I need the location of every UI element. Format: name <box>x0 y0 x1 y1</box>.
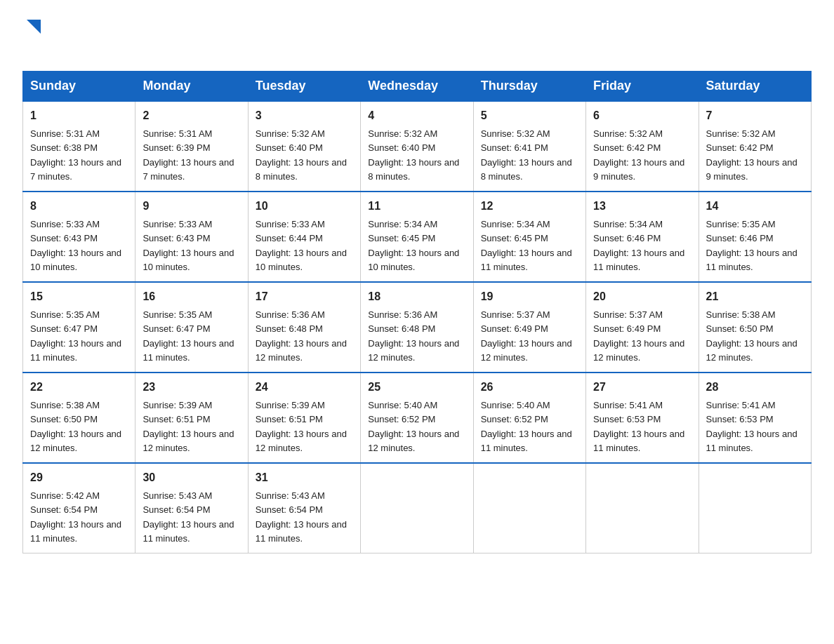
day-header-thursday: Thursday <box>473 72 585 102</box>
calendar-cell: 26Sunrise: 5:40 AMSunset: 6:52 PMDayligh… <box>473 373 585 463</box>
day-number: 1 <box>30 107 128 124</box>
calendar-cell: 21Sunrise: 5:38 AMSunset: 6:50 PMDayligh… <box>699 282 811 373</box>
calendar-cell: 24Sunrise: 5:39 AMSunset: 6:51 PMDayligh… <box>248 373 360 463</box>
day-number: 10 <box>256 198 353 215</box>
day-info: Sunrise: 5:35 AMSunset: 6:47 PMDaylight:… <box>30 309 121 363</box>
day-info: Sunrise: 5:32 AMSunset: 6:41 PMDaylight:… <box>481 128 572 182</box>
calendar-cell: 8Sunrise: 5:33 AMSunset: 6:43 PMDaylight… <box>23 192 135 282</box>
calendar-cell: 19Sunrise: 5:37 AMSunset: 6:49 PMDayligh… <box>473 282 585 373</box>
calendar-week-row: 29Sunrise: 5:42 AMSunset: 6:54 PMDayligh… <box>23 463 812 554</box>
calendar-cell: 27Sunrise: 5:41 AMSunset: 6:53 PMDayligh… <box>586 373 699 463</box>
calendar-cell: 14Sunrise: 5:35 AMSunset: 6:46 PMDayligh… <box>699 192 811 282</box>
day-header-sunday: Sunday <box>23 72 135 102</box>
calendar-cell: 4Sunrise: 5:32 AMSunset: 6:40 PMDaylight… <box>361 101 473 192</box>
day-headers-row: SundayMondayTuesdayWednesdayThursdayFrid… <box>23 72 812 102</box>
day-info: Sunrise: 5:34 AMSunset: 6:45 PMDaylight:… <box>481 219 572 272</box>
day-info: Sunrise: 5:43 AMSunset: 6:54 PMDaylight:… <box>256 490 347 544</box>
day-info: Sunrise: 5:39 AMSunset: 6:51 PMDaylight:… <box>256 400 347 453</box>
day-number: 7 <box>706 107 804 124</box>
day-number: 6 <box>593 107 691 124</box>
calendar-cell: 15Sunrise: 5:35 AMSunset: 6:47 PMDayligh… <box>23 282 135 373</box>
day-number: 28 <box>706 379 804 396</box>
day-info: Sunrise: 5:32 AMSunset: 6:42 PMDaylight:… <box>706 128 797 182</box>
calendar-cell: 22Sunrise: 5:38 AMSunset: 6:50 PMDayligh… <box>23 373 135 463</box>
calendar-cell: 2Sunrise: 5:31 AMSunset: 6:39 PMDaylight… <box>135 101 248 192</box>
day-info: Sunrise: 5:40 AMSunset: 6:52 PMDaylight:… <box>368 400 459 453</box>
day-info: Sunrise: 5:40 AMSunset: 6:52 PMDaylight:… <box>481 400 572 453</box>
calendar-cell: 12Sunrise: 5:34 AMSunset: 6:45 PMDayligh… <box>473 192 585 282</box>
calendar-cell: 17Sunrise: 5:36 AMSunset: 6:48 PMDayligh… <box>248 282 360 373</box>
logo-triangle-icon <box>24 17 44 36</box>
day-info: Sunrise: 5:33 AMSunset: 6:43 PMDaylight:… <box>143 219 234 272</box>
day-header-friday: Friday <box>586 72 699 102</box>
day-info: Sunrise: 5:34 AMSunset: 6:45 PMDaylight:… <box>368 219 459 272</box>
day-number: 9 <box>143 198 240 215</box>
calendar-cell <box>473 463 585 554</box>
calendar-cell <box>361 463 473 554</box>
day-number: 2 <box>143 107 240 124</box>
calendar-week-row: 1Sunrise: 5:31 AMSunset: 6:38 PMDaylight… <box>23 101 812 192</box>
day-info: Sunrise: 5:34 AMSunset: 6:46 PMDaylight:… <box>593 219 684 272</box>
day-number: 24 <box>256 379 353 396</box>
calendar-cell <box>699 463 811 554</box>
calendar-cell: 9Sunrise: 5:33 AMSunset: 6:43 PMDaylight… <box>135 192 248 282</box>
day-info: Sunrise: 5:37 AMSunset: 6:49 PMDaylight:… <box>481 309 572 363</box>
calendar-week-row: 22Sunrise: 5:38 AMSunset: 6:50 PMDayligh… <box>23 373 812 463</box>
day-info: Sunrise: 5:39 AMSunset: 6:51 PMDaylight:… <box>143 400 234 453</box>
calendar-cell: 10Sunrise: 5:33 AMSunset: 6:44 PMDayligh… <box>248 192 360 282</box>
calendar-cell: 23Sunrise: 5:39 AMSunset: 6:51 PMDayligh… <box>135 373 248 463</box>
day-number: 8 <box>30 198 128 215</box>
day-info: Sunrise: 5:43 AMSunset: 6:54 PMDaylight:… <box>143 490 234 544</box>
day-header-saturday: Saturday <box>699 72 811 102</box>
day-info: Sunrise: 5:36 AMSunset: 6:48 PMDaylight:… <box>256 309 347 363</box>
logo <box>22 17 44 58</box>
day-info: Sunrise: 5:32 AMSunset: 6:40 PMDaylight:… <box>368 128 459 182</box>
day-number: 23 <box>143 379 240 396</box>
day-number: 22 <box>30 379 128 396</box>
calendar-cell: 31Sunrise: 5:43 AMSunset: 6:54 PMDayligh… <box>248 463 360 554</box>
calendar-header: SundayMondayTuesdayWednesdayThursdayFrid… <box>23 72 812 102</box>
day-info: Sunrise: 5:35 AMSunset: 6:47 PMDaylight:… <box>143 309 234 363</box>
calendar-cell: 5Sunrise: 5:32 AMSunset: 6:41 PMDaylight… <box>473 101 585 192</box>
day-number: 26 <box>481 379 578 396</box>
calendar-cell: 18Sunrise: 5:36 AMSunset: 6:48 PMDayligh… <box>361 282 473 373</box>
day-info: Sunrise: 5:33 AMSunset: 6:43 PMDaylight:… <box>30 219 121 272</box>
day-header-wednesday: Wednesday <box>361 72 473 102</box>
calendar-cell: 28Sunrise: 5:41 AMSunset: 6:53 PMDayligh… <box>699 373 811 463</box>
day-number: 12 <box>481 198 578 215</box>
calendar-cell: 25Sunrise: 5:40 AMSunset: 6:52 PMDayligh… <box>361 373 473 463</box>
day-number: 19 <box>481 288 578 305</box>
calendar-cell: 11Sunrise: 5:34 AMSunset: 6:45 PMDayligh… <box>361 192 473 282</box>
day-info: Sunrise: 5:31 AMSunset: 6:39 PMDaylight:… <box>143 128 234 182</box>
day-number: 21 <box>706 288 804 305</box>
day-header-monday: Monday <box>135 72 248 102</box>
day-info: Sunrise: 5:32 AMSunset: 6:42 PMDaylight:… <box>593 128 684 182</box>
calendar-cell: 16Sunrise: 5:35 AMSunset: 6:47 PMDayligh… <box>135 282 248 373</box>
day-info: Sunrise: 5:37 AMSunset: 6:49 PMDaylight:… <box>593 309 684 363</box>
calendar-cell: 20Sunrise: 5:37 AMSunset: 6:49 PMDayligh… <box>586 282 699 373</box>
calendar-cell <box>586 463 699 554</box>
page-header <box>22 17 812 58</box>
svg-marker-0 <box>27 20 41 34</box>
day-number: 13 <box>593 198 691 215</box>
day-number: 15 <box>30 288 128 305</box>
day-info: Sunrise: 5:31 AMSunset: 6:38 PMDaylight:… <box>30 128 121 182</box>
day-info: Sunrise: 5:41 AMSunset: 6:53 PMDaylight:… <box>706 400 797 453</box>
calendar-cell: 30Sunrise: 5:43 AMSunset: 6:54 PMDayligh… <box>135 463 248 554</box>
day-number: 29 <box>30 469 128 486</box>
calendar-week-row: 15Sunrise: 5:35 AMSunset: 6:47 PMDayligh… <box>23 282 812 373</box>
calendar-cell: 6Sunrise: 5:32 AMSunset: 6:42 PMDaylight… <box>586 101 699 192</box>
day-number: 3 <box>256 107 353 124</box>
calendar-table: SundayMondayTuesdayWednesdayThursdayFrid… <box>22 71 812 554</box>
day-info: Sunrise: 5:35 AMSunset: 6:46 PMDaylight:… <box>706 219 797 272</box>
day-number: 11 <box>368 198 465 215</box>
day-number: 14 <box>706 198 804 215</box>
calendar-cell: 3Sunrise: 5:32 AMSunset: 6:40 PMDaylight… <box>248 101 360 192</box>
calendar-body: 1Sunrise: 5:31 AMSunset: 6:38 PMDaylight… <box>23 101 812 554</box>
day-number: 4 <box>368 107 465 124</box>
day-info: Sunrise: 5:32 AMSunset: 6:40 PMDaylight:… <box>256 128 347 182</box>
day-info: Sunrise: 5:41 AMSunset: 6:53 PMDaylight:… <box>593 400 684 453</box>
day-info: Sunrise: 5:33 AMSunset: 6:44 PMDaylight:… <box>256 219 347 272</box>
day-number: 25 <box>368 379 465 396</box>
day-info: Sunrise: 5:38 AMSunset: 6:50 PMDaylight:… <box>706 309 797 363</box>
